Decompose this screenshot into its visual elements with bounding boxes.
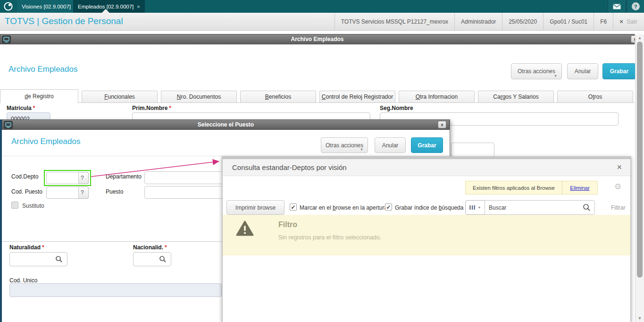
partially-hidden-input[interactable] — [451, 143, 494, 157]
prim-nombre-label: Prim.Nombre* — [132, 105, 171, 111]
cod-unico-label: Cod. Unico — [9, 277, 37, 284]
eliminar-link[interactable]: Eliminar — [562, 181, 597, 194]
scroll-down-icon[interactable]: ▼ — [636, 316, 644, 321]
otras-acciones-button[interactable]: Otras acciones ▼ — [321, 137, 368, 153]
button-label: Otras acciones — [326, 142, 363, 149]
question-icon: ? — [81, 189, 84, 196]
checkmark-icon: ✓ — [291, 204, 295, 211]
grabar-button[interactable]: Grabar — [602, 63, 636, 79]
chevron-down-icon: ▼ — [477, 206, 481, 209]
form-tabs: de RegistroFuncionalesNro. DocumentosBen… — [0, 89, 635, 103]
dialog-page-title: Archivo Empleados — [11, 137, 80, 146]
seg-nombre-label: Seg.Nombre — [380, 105, 413, 111]
filter-applied-banner: Existen filtros aplicados al Browse Elim… — [465, 181, 598, 195]
filtro-alert: Filtro Sin registros para el filtro sele… — [223, 215, 630, 255]
anular-button[interactable]: Anular — [375, 137, 406, 153]
tab-funcionales[interactable]: Funcionales — [82, 91, 158, 103]
cod-depto-label: Cod.Depto — [11, 173, 38, 180]
page-title: Archivo Empleados — [8, 65, 77, 74]
close-icon[interactable]: × — [617, 162, 622, 172]
imprimir-browse-button[interactable]: Imprimir browse — [226, 200, 284, 215]
active-tab-notch — [102, 9, 109, 13]
matricula-label: Matricula* — [7, 105, 35, 111]
tab-panel-border — [0, 102, 635, 103]
close-icon: x — [441, 122, 443, 127]
otras-acciones-button[interactable]: Otras acciones ▼ — [511, 63, 562, 79]
header-info-item: Gpo01 / Suc01 — [543, 13, 594, 30]
top-bar: Visiones [02.9.0007] × Empleados [02.9.0… — [0, 0, 644, 13]
column-selector-button[interactable]: III ▼ — [465, 200, 485, 215]
dialog-close-button[interactable]: x — [438, 121, 446, 128]
alert-message: Sin registros para el filtro seleccionad… — [278, 234, 381, 241]
marcar-browse-label: Marcar en el browse en la apertura — [300, 204, 387, 211]
tab-otra-informacion[interactable]: Otra Informacion — [399, 91, 475, 103]
grabar-indice-label: Grabar índice de búsqueda — [395, 204, 463, 211]
exit-button[interactable]: × Sair — [613, 13, 644, 30]
sustituto-label: Sustituto — [22, 203, 44, 209]
marcar-browse-checkbox[interactable]: ✓ — [290, 203, 297, 211]
checkmark-icon: ✓ — [386, 204, 391, 211]
banner-text: Existen filtros aplicados al Browse — [466, 181, 562, 194]
tab-de-registro[interactable]: de Registro — [0, 89, 78, 103]
tab-control-de-reloj-registrador[interactable]: Control de Reloj Registrador — [319, 91, 395, 103]
puesto-label: Puesto — [106, 188, 123, 195]
header-info-item: 25/05/2020 — [502, 13, 543, 30]
tab-label: Empleados [02.9.0007] — [78, 4, 134, 9]
grabar-button[interactable]: Grabar — [411, 137, 443, 153]
gear-icon[interactable]: ⚙ — [614, 182, 621, 192]
search-input[interactable] — [485, 200, 595, 215]
help-icon: ? — [632, 2, 640, 10]
header-info-item: Administrador — [454, 13, 502, 30]
mail-button[interactable] — [608, 0, 626, 13]
grabar-indice-checkbox[interactable]: ✓ — [385, 203, 392, 211]
button-label: Grabar — [418, 142, 436, 149]
close-icon[interactable]: × — [137, 4, 140, 9]
dialog-titlebar: Seleccione el Puesto — [2, 119, 450, 130]
app-title: TOTVS | Gestion de Personal — [5, 16, 123, 26]
help-button[interactable]: ? — [627, 0, 644, 13]
close-icon: × — [619, 18, 623, 25]
button-label: Imprimir browse — [235, 204, 276, 211]
dialog-title: Seleccione el Puesto — [198, 121, 254, 128]
cod-puesto-lookup-button[interactable]: ? — [79, 186, 89, 199]
tab-label: Visiones [02.9.0007] — [22, 4, 71, 9]
window-title: Archivo Empleados — [291, 36, 343, 42]
tab-beneficios[interactable]: Beneficios — [240, 91, 316, 103]
cod-puesto-input[interactable] — [46, 186, 79, 199]
vertical-scrollbar[interactable]: ▲ ▼ — [635, 34, 644, 322]
highlight-box-cod-depto — [44, 170, 91, 186]
tab-otros[interactable]: Otros — [557, 91, 633, 103]
button-label: Anular — [382, 142, 399, 149]
nacionalid-input[interactable] — [133, 252, 171, 266]
sustituto-checkbox[interactable] — [11, 202, 18, 209]
app-header: TOTVS | Gestion de Personal TOTVS Servic… — [0, 13, 644, 31]
totvs-logo-icon — [3, 1, 13, 11]
cod-unico-input[interactable] — [9, 283, 222, 297]
consulta-estandar-window: Consulta estandar-Deptos por visión × Ex… — [222, 156, 631, 322]
button-label: Anular — [575, 68, 591, 75]
workspace-tab-visiones[interactable]: Visiones [02.9.0007] × — [17, 0, 82, 13]
mail-envelope-icon — [613, 4, 621, 9]
nacionalid-label: Nacionalid.* — [133, 244, 167, 251]
scroll-up-icon[interactable]: ▲ — [636, 35, 644, 40]
consulta-title: Consulta estandar-Deptos por visión — [232, 163, 347, 171]
warning-icon — [236, 220, 254, 237]
main-window-titlebar: Archivo Empleados — [0, 34, 635, 44]
filtrar-label[interactable]: Filtrar — [611, 204, 626, 211]
button-label: Grabar — [610, 68, 628, 75]
departamento-label: Departamento — [106, 173, 142, 180]
columns-icon: III — [469, 204, 476, 211]
tab-nro-documentos[interactable]: Nro. Documentos — [161, 91, 237, 103]
naturalidad-input[interactable] — [9, 252, 67, 266]
button-label: Otras acciones — [518, 68, 555, 75]
naturalidad-label: Naturalidad* — [9, 244, 44, 251]
cod-puesto-label: Cod. Puesto — [11, 188, 42, 195]
header-info-bar: TOTVS Servicios MSSQL P12127_mexroxAdmin… — [335, 13, 644, 30]
monitor-icon — [4, 121, 13, 129]
monitor-icon — [2, 35, 11, 43]
app-root: Visiones [02.9.0007] × Empleados [02.9.0… — [0, 0, 644, 322]
tab-cargos-y-salarios[interactable]: Cargos Y Salarios — [478, 91, 554, 103]
exit-label: Sair — [627, 18, 637, 25]
anular-button[interactable]: Anular — [567, 63, 598, 79]
scrollbar-thumb[interactable] — [637, 42, 643, 278]
